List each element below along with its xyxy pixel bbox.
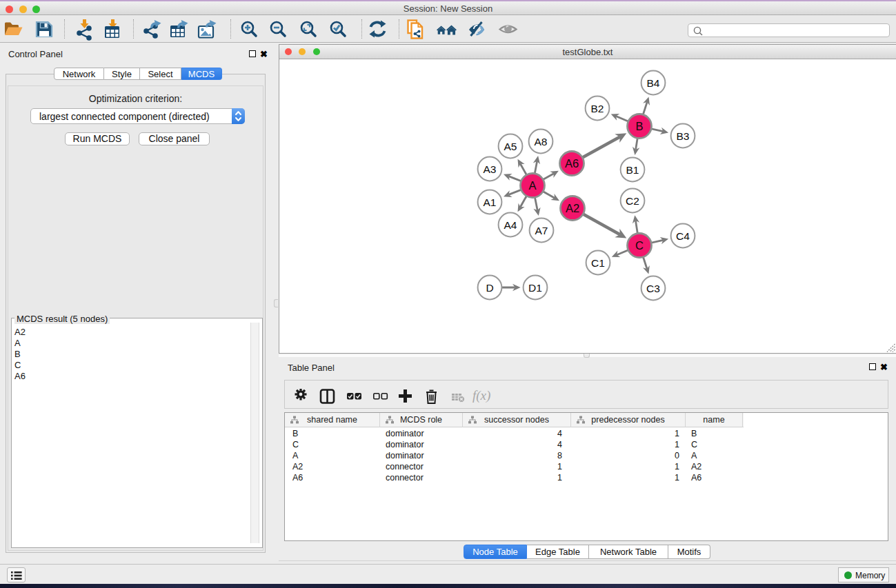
svg-text:D: D [486, 282, 493, 294]
svg-text:A1: A1 [484, 196, 497, 208]
svg-text:A2: A2 [566, 202, 579, 214]
svg-text:A5: A5 [504, 141, 517, 152]
svg-text:C2: C2 [626, 195, 639, 207]
svg-text:B3: B3 [677, 130, 690, 142]
svg-text:B4: B4 [647, 77, 660, 89]
svg-text:A3: A3 [484, 163, 497, 175]
svg-text:A8: A8 [535, 136, 548, 148]
svg-text:B2: B2 [591, 103, 604, 114]
svg-text:D1: D1 [528, 282, 542, 294]
svg-text:A: A [528, 179, 536, 192]
svg-text:A4: A4 [504, 219, 517, 231]
svg-text:C: C [635, 239, 644, 252]
svg-text:C4: C4 [676, 230, 690, 242]
svg-text:B: B [635, 120, 643, 132]
svg-text:C3: C3 [646, 283, 660, 294]
svg-text:A7: A7 [535, 225, 548, 236]
svg-text:C1: C1 [591, 257, 605, 269]
svg-text:B1: B1 [626, 164, 639, 176]
svg-text:A6: A6 [565, 157, 579, 170]
